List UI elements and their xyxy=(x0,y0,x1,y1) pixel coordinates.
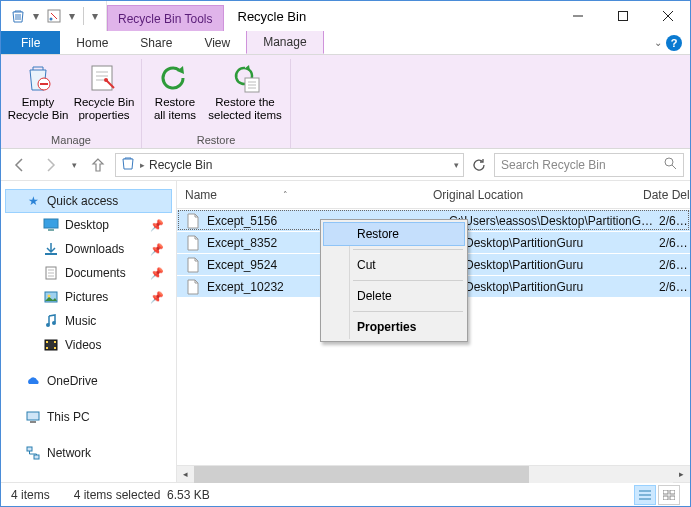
back-button[interactable] xyxy=(7,152,33,178)
properties-large-icon xyxy=(87,61,121,95)
column-date-deleted[interactable]: Date Del xyxy=(643,188,690,202)
search-box[interactable]: Search Recycle Bin xyxy=(494,153,684,177)
scroll-thumb[interactable] xyxy=(194,466,529,483)
breadcrumb-chevron[interactable]: ▸ xyxy=(140,160,145,170)
qat-customize[interactable]: ▾ xyxy=(90,5,100,27)
up-button[interactable] xyxy=(85,152,111,178)
separator xyxy=(353,311,463,312)
downloads-icon xyxy=(43,241,59,257)
file-location: os\Desktop\PartitionGuru xyxy=(449,236,659,250)
close-button[interactable] xyxy=(645,1,690,31)
minimize-button[interactable] xyxy=(555,1,600,31)
horizontal-scrollbar[interactable]: ◂ ▸ xyxy=(177,465,690,482)
recycle-bin-icon[interactable] xyxy=(7,5,29,27)
nav-label: This PC xyxy=(47,410,90,424)
restore-selected-button[interactable]: Restore the selected items xyxy=(206,59,284,132)
pc-icon xyxy=(25,409,41,425)
file-location: os\Desktop\PartitionGuru xyxy=(449,258,659,272)
nav-quick-access[interactable]: ★ Quick access xyxy=(5,189,172,213)
file-icon xyxy=(185,235,201,251)
ribbon-group-restore: Restore all items Restore the selected i… xyxy=(142,59,291,148)
nav-music[interactable]: Music xyxy=(5,309,172,333)
details-view-button[interactable] xyxy=(634,485,656,505)
recycle-bin-properties-button[interactable]: Recycle Bin properties xyxy=(73,59,135,132)
nav-network[interactable]: Network xyxy=(5,441,172,465)
documents-icon xyxy=(43,265,59,281)
column-name[interactable]: Name˄ xyxy=(185,188,433,202)
quick-access-toolbar: ▾ ▾ ▾ xyxy=(1,1,107,31)
sort-indicator: ˄ xyxy=(283,190,288,200)
restore-selected-label: Restore the selected items xyxy=(208,96,282,122)
tab-home[interactable]: Home xyxy=(60,31,124,54)
pictures-icon xyxy=(43,289,59,305)
ribbon-right: ⌄ ? xyxy=(646,31,690,54)
svg-point-29 xyxy=(52,321,56,325)
nav-videos[interactable]: Videos xyxy=(5,333,172,357)
address-bar: ▾ ▸ Recycle Bin ▾ Search Recycle Bin xyxy=(1,149,690,181)
scroll-right[interactable]: ▸ xyxy=(673,466,690,483)
nav-label: Documents xyxy=(65,266,126,280)
status-bar: 4 items 4 items selected 6.53 KB xyxy=(1,482,690,506)
pin-icon: 📌 xyxy=(150,219,164,232)
maximize-button[interactable] xyxy=(600,1,645,31)
tab-manage[interactable]: Manage xyxy=(246,31,323,54)
view-switcher xyxy=(634,485,680,505)
navigation-pane: ★ Quick access Desktop 📌 Downloads 📌 Doc… xyxy=(1,181,177,482)
help-button[interactable]: ? xyxy=(666,35,682,51)
ctx-cut[interactable]: Cut xyxy=(323,253,465,277)
breadcrumb-item[interactable]: Recycle Bin xyxy=(149,158,212,172)
ctx-restore[interactable]: Restore xyxy=(323,222,465,246)
address-box[interactable]: ▸ Recycle Bin ▾ xyxy=(115,153,464,177)
properties-icon[interactable] xyxy=(43,5,65,27)
nav-label: Videos xyxy=(65,338,101,352)
thumbnails-view-button[interactable] xyxy=(658,485,680,505)
svg-point-12 xyxy=(104,78,108,82)
nav-documents[interactable]: Documents 📌 xyxy=(5,261,172,285)
svg-rect-21 xyxy=(45,253,57,255)
context-menu: Restore Cut Delete Properties xyxy=(320,219,468,342)
scroll-left[interactable]: ◂ xyxy=(177,466,194,483)
window-controls xyxy=(555,1,690,31)
videos-icon xyxy=(43,337,59,353)
tab-file[interactable]: File xyxy=(1,31,60,54)
title-bar: ▾ ▾ ▾ Recycle Bin Tools Recycle Bin xyxy=(1,1,690,31)
nav-label: Network xyxy=(47,446,91,460)
restore-all-button[interactable]: Restore all items xyxy=(148,59,202,132)
svg-rect-34 xyxy=(54,347,56,349)
svg-rect-36 xyxy=(30,421,36,423)
column-headers: Name˄ Original Location Date Del xyxy=(177,181,690,209)
desktop-icon xyxy=(43,217,59,233)
explorer-window: ▾ ▾ ▾ Recycle Bin Tools Recycle Bin File… xyxy=(0,0,691,507)
file-location: os\Desktop\PartitionGuru xyxy=(449,280,659,294)
column-original-location[interactable]: Original Location xyxy=(433,188,643,202)
recycle-bin-small-icon xyxy=(120,155,136,174)
file-date: 2/6/2018 xyxy=(659,258,690,272)
tab-view[interactable]: View xyxy=(188,31,246,54)
refresh-button[interactable] xyxy=(468,154,490,176)
nav-onedrive[interactable]: OneDrive xyxy=(5,369,172,393)
restore-all-label: Restore all items xyxy=(154,96,196,122)
search-placeholder: Search Recycle Bin xyxy=(501,158,664,172)
ctx-delete[interactable]: Delete xyxy=(323,284,465,308)
scroll-track[interactable] xyxy=(194,466,673,483)
nav-this-pc[interactable]: This PC xyxy=(5,405,172,429)
svg-rect-19 xyxy=(44,219,58,228)
nav-label: Downloads xyxy=(65,242,124,256)
nav-label: Music xyxy=(65,314,96,328)
network-icon xyxy=(25,445,41,461)
address-dropdown[interactable]: ▾ xyxy=(454,160,459,170)
forward-button[interactable] xyxy=(37,152,63,178)
ribbon-minimize[interactable]: ⌄ xyxy=(654,37,662,48)
status-item-count: 4 items xyxy=(11,488,50,502)
history-dropdown[interactable]: ▾ xyxy=(67,152,81,178)
nav-desktop[interactable]: Desktop 📌 xyxy=(5,213,172,237)
pin-icon: 📌 xyxy=(150,243,164,256)
qat-dropdown-1[interactable]: ▾ xyxy=(31,5,41,27)
ctx-properties[interactable]: Properties xyxy=(323,315,465,339)
nav-pictures[interactable]: Pictures 📌 xyxy=(5,285,172,309)
empty-recycle-bin-button[interactable]: Empty Recycle Bin xyxy=(7,59,69,132)
qat-dropdown-2[interactable]: ▾ xyxy=(67,5,77,27)
nav-downloads[interactable]: Downloads 📌 xyxy=(5,237,172,261)
tab-share[interactable]: Share xyxy=(124,31,188,54)
svg-point-28 xyxy=(46,323,50,327)
